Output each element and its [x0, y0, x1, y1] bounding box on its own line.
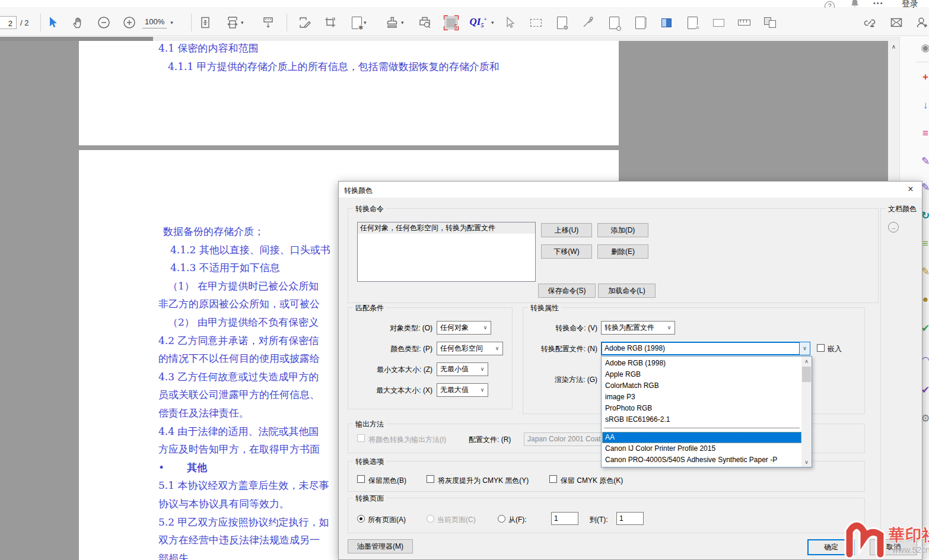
more-options-icon[interactable]: ••• — [873, 0, 884, 7]
color-type-select[interactable]: 任何色彩空间∨ — [437, 342, 503, 355]
dropdown-item[interactable]: Apple RGB — [602, 369, 801, 380]
add-button[interactable]: 添加(D) — [597, 223, 648, 237]
fit-width-icon[interactable] — [224, 14, 241, 31]
dropdown-item[interactable]: Canon PRO-4000S/540S Adhesive Synthetic … — [602, 454, 801, 466]
measure-icon[interactable] — [736, 14, 752, 31]
embed-checkbox[interactable] — [817, 344, 825, 352]
scroll-down-arrow[interactable]: ∨ — [801, 457, 812, 467]
convert-command-select[interactable]: 转换为配置文件∨ — [601, 321, 675, 335]
to-page-input[interactable] — [616, 512, 644, 525]
keep-black-checkbox[interactable] — [357, 475, 365, 483]
command-list-item[interactable]: 任何对象，任何色彩空间，转换为配置文件 — [358, 222, 535, 234]
magnifier-icon — [616, 26, 621, 31]
create-pdf-icon[interactable]: + — [918, 69, 929, 85]
preserve-cmyk-label: 保留 CMYK 原色(K) — [561, 476, 623, 486]
zoom-in-icon[interactable] — [121, 14, 138, 31]
save-commands-button[interactable]: 保存命令(S) — [538, 284, 596, 298]
load-commands-button[interactable]: 加载命令(L) — [598, 284, 656, 298]
doc-line: 协议与本协议具有同等效力。 — [158, 495, 330, 513]
stamp-icon[interactable] — [384, 14, 400, 31]
organize-pages-icon[interactable]: ≡ — [918, 126, 929, 141]
expand-arrow-icon[interactable]: → — [888, 222, 899, 233]
embed-label: 嵌入 — [828, 344, 842, 354]
page-search-icon[interactable] — [606, 14, 622, 31]
convert-colors-dialog: 转换颜色 × 转换命令 任何对象，任何色彩空间，转换为配置文件 上移(U) 添加… — [338, 181, 922, 560]
lines-glyph: ≈ — [696, 25, 699, 31]
scan-page-icon[interactable]: ≈ — [684, 14, 701, 31]
max-text-select[interactable]: 无最大值∨ — [437, 383, 488, 397]
convert-profile-select[interactable]: Adobe RGB (1998)∨ — [601, 342, 810, 355]
doc-line: 5.2 甲乙双方应按照协议约定执行，如 — [158, 513, 330, 532]
chevron-down-icon[interactable]: ▾ — [241, 20, 244, 26]
scroll-up-arrow[interactable]: ∧ — [801, 357, 812, 366]
zoom-out-icon[interactable] — [96, 14, 112, 31]
commands-listbox[interactable]: 任何对象，任何色彩空间，转换为配置文件 — [357, 222, 536, 282]
dropdown-item[interactable]: Canon IJ Color Printer Profile 2015 — [602, 443, 801, 454]
chevron-down-icon: ∨ — [477, 363, 488, 376]
dropdown-item-highlighted[interactable]: AA — [602, 432, 801, 443]
scrollbar-thumb[interactable] — [802, 367, 811, 382]
contact-add-icon[interactable] — [914, 14, 929, 31]
chevron-down-icon[interactable]: ▾ — [491, 20, 494, 26]
move-up-button[interactable]: 上移(U) — [541, 223, 592, 237]
blank-area-icon[interactable] — [710, 14, 727, 31]
dropdown-item[interactable]: ProPhoto RGB — [602, 403, 801, 414]
from-page-input[interactable] — [551, 512, 578, 525]
page-total-label: / 2 — [20, 18, 28, 27]
area-select-icon[interactable] — [527, 14, 544, 31]
from-pages-radio[interactable] — [498, 515, 505, 523]
dropdown-item[interactable]: sRGB IEC61966-2.1 — [602, 414, 801, 425]
preserve-cmyk-checkbox[interactable] — [549, 475, 557, 483]
new-page-icon[interactable]: ✱ — [348, 14, 365, 31]
doc-line: 员或关联公司泄露甲方的任何信息、 — [158, 386, 330, 404]
login-button[interactable]: 登录 — [902, 0, 918, 8]
help-icon[interactable]: ? — [825, 1, 835, 8]
eyedropper-icon[interactable] — [580, 14, 596, 31]
doc-line: 4.2 乙方同意并承诺，对所有保密信 — [158, 332, 330, 350]
chevron-down-icon[interactable]: ▾ — [364, 20, 367, 26]
bell-icon[interactable] — [850, 0, 860, 8]
select-object-icon[interactable] — [501, 14, 518, 31]
output-preview-badge: 5 — [454, 23, 457, 30]
mail-icon[interactable] — [888, 14, 905, 31]
sidebar-separator — [917, 62, 929, 62]
page-number-input[interactable] — [0, 16, 17, 29]
crop-pages-icon[interactable] — [322, 14, 339, 31]
duplicate-pages-icon[interactable] — [762, 14, 778, 31]
pan-zoom-icon[interactable]: ◉ — [918, 40, 929, 55]
export-pdf-icon[interactable]: ↓ — [918, 98, 929, 113]
scroll-up-arrow[interactable]: ∧ — [888, 42, 899, 52]
output-profile-label: 配置文件: (R) — [469, 435, 511, 445]
share-link-icon[interactable] — [861, 14, 878, 31]
dropdown-item[interactable]: Adobe RGB (1998) — [602, 358, 801, 369]
output-preview-icon[interactable]: 5 — [443, 14, 459, 31]
dropdown-scrollbar[interactable]: ∧ ∨ — [801, 357, 812, 467]
edit-content-icon[interactable] — [296, 14, 313, 31]
chevron-down-icon[interactable]: ▾ — [401, 20, 404, 26]
print-preview-icon[interactable] — [416, 14, 433, 31]
fit-page-icon[interactable] — [197, 14, 214, 31]
hand-tool-icon[interactable] — [70, 14, 87, 31]
ink-manager-button[interactable]: 油墨管理器(M) — [348, 539, 413, 553]
plugin-qi-icon[interactable]: QI5+ — [466, 14, 490, 31]
page-settings-icon[interactable]: ⚙ — [553, 14, 570, 31]
object-type-select[interactable]: 任何对象∨ — [437, 321, 491, 335]
fit-visible-icon[interactable] — [260, 14, 276, 31]
delete-button[interactable]: 删除(E) — [597, 244, 648, 259]
toolbar-scrollbar[interactable] — [0, 37, 899, 41]
certificates-icon[interactable]: ✎ — [918, 153, 929, 168]
promote-gray-checkbox[interactable] — [427, 475, 434, 483]
move-down-button[interactable]: 下移(W) — [541, 244, 592, 259]
min-text-select[interactable]: 无最小值∨ — [437, 362, 488, 376]
zoom-level-select[interactable]: 100%▾ — [142, 16, 180, 30]
doc-line: 4.1.3 不适用于如下信息 — [158, 259, 330, 277]
dropdown-item[interactable]: ColorMatch RGB — [602, 380, 801, 392]
select-tool-icon[interactable] — [44, 14, 61, 31]
extract-page-icon[interactable] — [632, 14, 648, 31]
close-icon[interactable]: × — [904, 183, 917, 196]
color-type-label: 颜色类型: (P) — [357, 344, 432, 354]
dropdown-item[interactable]: image P3 — [602, 392, 801, 403]
split-view-icon[interactable] — [658, 14, 675, 31]
toolbar-scrollbar-thumb[interactable] — [0, 37, 153, 41]
all-pages-radio[interactable] — [357, 515, 365, 523]
